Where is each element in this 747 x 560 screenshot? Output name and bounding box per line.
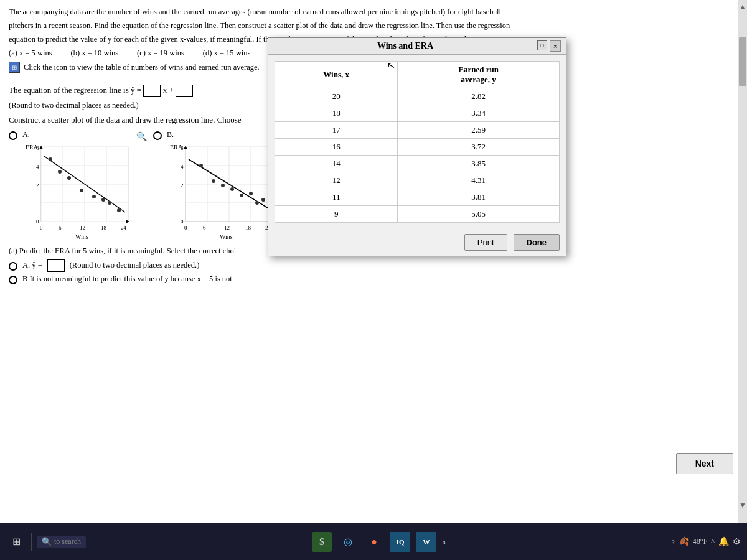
svg-text:2: 2: [36, 182, 39, 189]
svg-point-13: [101, 198, 105, 202]
graph-a-svg: ERA 6 4 2 0 0 6 12 18 24 Wins: [22, 141, 134, 240]
svg-text:4: 4: [36, 164, 39, 170]
svg-point-45: [249, 192, 253, 195]
svg-point-14: [92, 195, 96, 198]
svg-point-18: [49, 157, 52, 161]
svg-text:6: 6: [59, 225, 62, 231]
table-row: 183.34: [275, 105, 560, 122]
taskbar-leaf-icon: 🍂: [679, 536, 689, 547]
radio-a[interactable]: [9, 131, 17, 140]
modal-title: Wins and ERA: [273, 41, 537, 51]
svg-point-49: [212, 179, 215, 183]
modal-dialog: Wins and ERA □ × ↖ Wins, x Earned runave…: [268, 37, 566, 256]
answer-a-label: A. ŷ =: [22, 261, 42, 270]
taskbar-browser-icon[interactable]: ◎: [338, 532, 358, 552]
svg-point-11: [117, 208, 121, 212]
modal-controls: □ ×: [537, 40, 561, 52]
svg-text:0: 0: [40, 225, 43, 231]
svg-text:Wins: Wins: [220, 233, 233, 240]
modal-close-btn[interactable]: ×: [550, 40, 561, 52]
svg-text:Wins: Wins: [75, 233, 88, 240]
taskbar-dollar-icon[interactable]: $: [312, 532, 332, 552]
taskbar-extra: a: [443, 538, 446, 546]
option-b: (b) x = 10 wins: [71, 47, 119, 59]
option-d: (d) x = 15 wins: [203, 47, 251, 59]
table-row: 163.72: [275, 139, 560, 156]
table-row: 95.05: [275, 206, 560, 223]
next-button[interactable]: Next: [676, 453, 733, 474]
table-row: 172.59: [275, 122, 560, 139]
table-row: 124.31: [275, 172, 560, 189]
temperature-display: 48°F: [693, 537, 707, 546]
taskbar-left: ⊞ 🔍 to search: [6, 532, 86, 552]
scatter-option-a: A.: [9, 130, 134, 240]
svg-text:0: 0: [36, 218, 39, 225]
equation-box2[interactable]: [176, 85, 193, 97]
problem-intro-1: The accompanying data are the number of …: [9, 6, 738, 18]
svg-text:12: 12: [80, 225, 85, 231]
start-button[interactable]: ⊞: [6, 532, 26, 552]
taskbar-settings-icon[interactable]: ⚙: [733, 536, 741, 547]
svg-text:0: 0: [181, 218, 184, 225]
scatter-option-b: B.: [153, 130, 279, 240]
svg-text:6: 6: [36, 145, 39, 151]
svg-point-17: [58, 170, 62, 174]
modal-body: Wins, x Earned runaverage, y 202.82183.3…: [268, 55, 566, 229]
scroll-up-arrow[interactable]: ▲: [739, 2, 746, 12]
data-table: Wins, x Earned runaverage, y 202.82183.3…: [275, 61, 560, 223]
taskbar-w-icon[interactable]: W: [416, 532, 436, 552]
option-b-label: B.: [167, 130, 279, 139]
option-a: (a) x = 5 wins: [9, 47, 52, 59]
svg-text:18: 18: [245, 225, 251, 231]
taskbar-help-icon[interactable]: ?: [672, 538, 675, 546]
taskbar-center-icons: $ ◎ ● IQ W a: [312, 532, 446, 552]
modal-footer: Print Done: [268, 229, 566, 256]
svg-text:6: 6: [203, 225, 206, 231]
radio-b[interactable]: [153, 131, 162, 140]
zoom-icon-a[interactable]: 🔍: [136, 131, 147, 142]
scroll-thumb[interactable]: [739, 37, 746, 86]
table-row: 113.81: [275, 189, 560, 206]
table-row: 143.85: [275, 156, 560, 172]
svg-point-44: [255, 201, 259, 205]
equation-box1[interactable]: [143, 85, 161, 97]
col-header-wins: Wins, x: [275, 62, 398, 88]
answer-a-note: (Round to two decimal places as needed.): [70, 261, 200, 270]
svg-point-48: [221, 184, 225, 187]
svg-point-50: [199, 164, 203, 167]
grid-icon[interactable]: ⊞: [9, 62, 20, 73]
svg-text:2: 2: [181, 182, 184, 189]
search-label: to search: [54, 537, 81, 546]
svg-text:12: 12: [224, 225, 230, 231]
svg-text:6: 6: [181, 145, 184, 151]
taskbar: ⊞ 🔍 to search $ ◎ ● IQ W a ? 🍂 48°F ^ 🔔 …: [0, 523, 747, 560]
option-c: (c) x = 19 wins: [137, 47, 184, 59]
taskbar-iq-icon[interactable]: IQ: [390, 532, 410, 552]
taskbar-circle-icon[interactable]: ●: [364, 532, 384, 552]
done-button[interactable]: Done: [514, 234, 560, 251]
modal-titlebar: Wins and ERA □ ×: [268, 38, 566, 55]
taskbar-chevron-up[interactable]: ^: [711, 537, 715, 546]
scrollbar[interactable]: ▲ ▼: [738, 0, 747, 523]
search-box[interactable]: 🔍 to search: [37, 536, 86, 548]
taskbar-right: ? 🍂 48°F ^ 🔔 ⚙: [672, 536, 741, 547]
taskbar-notification-icon[interactable]: 🔔: [718, 536, 729, 547]
svg-point-46: [240, 194, 243, 197]
svg-text:24: 24: [121, 225, 127, 231]
radio-answer-b[interactable]: [9, 276, 17, 284]
print-button[interactable]: Print: [464, 234, 507, 251]
click-icon-text: Click the icon to view the table of numb…: [24, 62, 260, 73]
graph-b-svg: ERA 6 4 2 0 0 6 12 18 24 Wins: [167, 141, 279, 240]
svg-text:0: 0: [184, 225, 187, 231]
svg-point-16: [67, 176, 71, 180]
col-header-era: Earned runaverage, y: [398, 62, 560, 88]
answer-a-box[interactable]: [47, 259, 65, 272]
option-a-label: A.: [22, 130, 134, 139]
scroll-down-arrow[interactable]: ▼: [739, 501, 746, 510]
modal-resize-btn[interactable]: □: [537, 40, 547, 50]
radio-answer-a[interactable]: [9, 262, 17, 271]
svg-point-43: [261, 198, 265, 202]
answer-b-label: B It is not meaningful to predict this v…: [22, 274, 232, 284]
table-row: 202.82: [275, 88, 560, 105]
svg-text:18: 18: [101, 225, 107, 231]
